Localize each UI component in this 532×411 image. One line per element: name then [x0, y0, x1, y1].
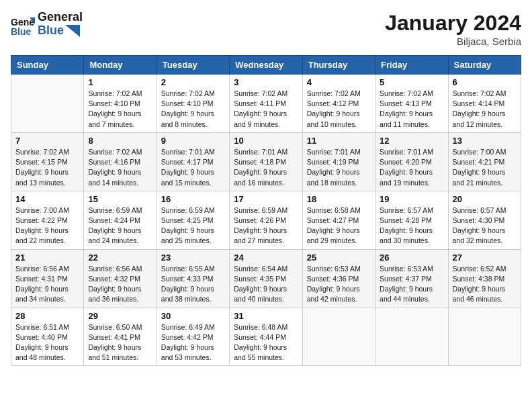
- day-info: Sunrise: 7:02 AM Sunset: 4:10 PM Dayligh…: [161, 89, 225, 130]
- day-number: 22: [88, 253, 152, 263]
- day-info: Sunrise: 6:53 AM Sunset: 4:37 PM Dayligh…: [380, 264, 443, 305]
- calendar-cell: 4Sunrise: 7:02 AM Sunset: 4:12 PM Daylig…: [302, 75, 375, 133]
- calendar-week-row: 28Sunrise: 6:51 AM Sunset: 4:40 PM Dayli…: [11, 308, 521, 366]
- logo-blue: Blue: [38, 24, 83, 38]
- day-number: 4: [307, 77, 371, 87]
- day-number: 28: [15, 311, 79, 321]
- calendar-cell: 28Sunrise: 6:51 AM Sunset: 4:40 PM Dayli…: [11, 308, 84, 366]
- calendar-cell: 25Sunrise: 6:53 AM Sunset: 4:36 PM Dayli…: [302, 249, 375, 308]
- day-info: Sunrise: 7:02 AM Sunset: 4:14 PM Dayligh…: [453, 89, 517, 130]
- calendar-cell: 12Sunrise: 7:01 AM Sunset: 4:20 PM Dayli…: [375, 132, 448, 191]
- day-info: Sunrise: 6:59 AM Sunset: 4:25 PM Dayligh…: [161, 205, 225, 246]
- calendar-cell: 24Sunrise: 6:54 AM Sunset: 4:35 PM Dayli…: [230, 249, 302, 308]
- calendar-cell: 5Sunrise: 7:02 AM Sunset: 4:13 PM Daylig…: [375, 75, 448, 133]
- calendar-cell: 16Sunrise: 6:59 AM Sunset: 4:25 PM Dayli…: [157, 191, 229, 249]
- logo-icon: General Blue: [11, 12, 35, 36]
- day-number: 5: [380, 77, 443, 87]
- calendar-cell: 7Sunrise: 7:02 AM Sunset: 4:15 PM Daylig…: [11, 132, 84, 191]
- day-number: 29: [88, 311, 152, 321]
- calendar-cell: [375, 308, 448, 366]
- day-number: 7: [15, 136, 79, 146]
- calendar-cell: 17Sunrise: 6:59 AM Sunset: 4:26 PM Dayli…: [230, 191, 302, 249]
- weekday-header-thursday: Thursday: [302, 56, 375, 75]
- day-number: 23: [161, 253, 225, 263]
- calendar-cell: [448, 308, 521, 366]
- day-number: 18: [307, 194, 371, 204]
- calendar-cell: 19Sunrise: 6:57 AM Sunset: 4:28 PM Dayli…: [375, 191, 448, 249]
- day-info: Sunrise: 7:02 AM Sunset: 4:16 PM Dayligh…: [88, 147, 152, 188]
- calendar-cell: 30Sunrise: 6:49 AM Sunset: 4:42 PM Dayli…: [157, 308, 229, 366]
- day-number: 21: [15, 253, 79, 263]
- day-info: Sunrise: 7:02 AM Sunset: 4:11 PM Dayligh…: [234, 89, 298, 130]
- calendar-cell: 23Sunrise: 6:55 AM Sunset: 4:33 PM Dayli…: [157, 249, 229, 308]
- calendar-cell: 26Sunrise: 6:53 AM Sunset: 4:37 PM Dayli…: [375, 249, 448, 308]
- day-number: 17: [234, 194, 298, 204]
- day-number: 8: [88, 136, 152, 146]
- calendar-table: SundayMondayTuesdayWednesdayThursdayFrid…: [11, 55, 521, 366]
- day-number: 24: [234, 253, 298, 263]
- weekday-header-sunday: Sunday: [11, 56, 84, 75]
- calendar-week-row: 14Sunrise: 7:00 AM Sunset: 4:22 PM Dayli…: [11, 191, 521, 249]
- calendar-cell: 18Sunrise: 6:58 AM Sunset: 4:27 PM Dayli…: [302, 191, 375, 249]
- day-number: 11: [307, 136, 371, 146]
- day-number: 20: [453, 194, 517, 204]
- day-number: 14: [15, 194, 79, 204]
- calendar-cell: 13Sunrise: 7:00 AM Sunset: 4:21 PM Dayli…: [448, 132, 521, 191]
- day-info: Sunrise: 6:50 AM Sunset: 4:41 PM Dayligh…: [88, 322, 152, 363]
- day-info: Sunrise: 6:52 AM Sunset: 4:38 PM Dayligh…: [453, 264, 517, 305]
- day-info: Sunrise: 6:56 AM Sunset: 4:32 PM Dayligh…: [88, 264, 152, 305]
- day-info: Sunrise: 6:54 AM Sunset: 4:35 PM Dayligh…: [234, 264, 298, 305]
- day-info: Sunrise: 7:02 AM Sunset: 4:15 PM Dayligh…: [15, 147, 79, 188]
- page-header: General Blue General Blue January 2024 B…: [11, 11, 521, 47]
- day-info: Sunrise: 6:56 AM Sunset: 4:31 PM Dayligh…: [15, 264, 79, 305]
- day-number: 16: [161, 194, 225, 204]
- day-info: Sunrise: 6:51 AM Sunset: 4:40 PM Dayligh…: [15, 322, 79, 363]
- calendar-week-row: 7Sunrise: 7:02 AM Sunset: 4:15 PM Daylig…: [11, 132, 521, 191]
- day-number: 10: [234, 136, 298, 146]
- calendar-cell: 9Sunrise: 7:01 AM Sunset: 4:17 PM Daylig…: [157, 132, 229, 191]
- calendar-week-row: 1Sunrise: 7:02 AM Sunset: 4:10 PM Daylig…: [11, 75, 521, 133]
- day-number: 12: [380, 136, 443, 146]
- calendar-cell: 3Sunrise: 7:02 AM Sunset: 4:11 PM Daylig…: [230, 75, 302, 133]
- weekday-header-monday: Monday: [84, 56, 157, 75]
- calendar-cell: [302, 308, 375, 366]
- day-number: 9: [161, 136, 225, 146]
- day-number: 2: [161, 77, 225, 87]
- day-info: Sunrise: 6:53 AM Sunset: 4:36 PM Dayligh…: [307, 264, 371, 305]
- day-number: 6: [453, 77, 517, 87]
- calendar-cell: [11, 75, 84, 133]
- calendar-cell: 6Sunrise: 7:02 AM Sunset: 4:14 PM Daylig…: [448, 75, 521, 133]
- day-info: Sunrise: 6:55 AM Sunset: 4:33 PM Dayligh…: [161, 264, 225, 305]
- location: Biljaca, Serbia: [385, 36, 521, 47]
- calendar-cell: 29Sunrise: 6:50 AM Sunset: 4:41 PM Dayli…: [84, 308, 157, 366]
- day-info: Sunrise: 7:02 AM Sunset: 4:10 PM Dayligh…: [88, 89, 152, 130]
- calendar-cell: 2Sunrise: 7:02 AM Sunset: 4:10 PM Daylig…: [157, 75, 229, 133]
- calendar-cell: 15Sunrise: 6:59 AM Sunset: 4:24 PM Dayli…: [84, 191, 157, 249]
- day-info: Sunrise: 7:01 AM Sunset: 4:19 PM Dayligh…: [307, 147, 371, 188]
- logo-general: General: [38, 11, 83, 24]
- weekday-header-wednesday: Wednesday: [230, 56, 302, 75]
- calendar-cell: 11Sunrise: 7:01 AM Sunset: 4:19 PM Dayli…: [302, 132, 375, 191]
- calendar-cell: 8Sunrise: 7:02 AM Sunset: 4:16 PM Daylig…: [84, 132, 157, 191]
- weekday-header-row: SundayMondayTuesdayWednesdayThursdayFrid…: [11, 56, 521, 75]
- calendar-week-row: 21Sunrise: 6:56 AM Sunset: 4:31 PM Dayli…: [11, 249, 521, 308]
- day-info: Sunrise: 7:02 AM Sunset: 4:12 PM Dayligh…: [307, 89, 371, 130]
- logo-arrow-icon: [65, 25, 80, 37]
- day-number: 19: [380, 194, 443, 204]
- day-info: Sunrise: 6:57 AM Sunset: 4:30 PM Dayligh…: [453, 205, 517, 246]
- title-block: January 2024 Biljaca, Serbia: [385, 11, 521, 47]
- logo: General Blue General Blue: [11, 11, 83, 38]
- day-number: 25: [307, 253, 371, 263]
- day-info: Sunrise: 6:59 AM Sunset: 4:26 PM Dayligh…: [234, 205, 298, 246]
- day-info: Sunrise: 6:49 AM Sunset: 4:42 PM Dayligh…: [161, 322, 225, 363]
- weekday-header-friday: Friday: [375, 56, 448, 75]
- day-info: Sunrise: 7:01 AM Sunset: 4:17 PM Dayligh…: [161, 147, 225, 188]
- day-number: 13: [453, 136, 517, 146]
- day-info: Sunrise: 6:59 AM Sunset: 4:24 PM Dayligh…: [88, 205, 152, 246]
- calendar-cell: 10Sunrise: 7:01 AM Sunset: 4:18 PM Dayli…: [230, 132, 302, 191]
- calendar-cell: 27Sunrise: 6:52 AM Sunset: 4:38 PM Dayli…: [448, 249, 521, 308]
- calendar-cell: 1Sunrise: 7:02 AM Sunset: 4:10 PM Daylig…: [84, 75, 157, 133]
- day-info: Sunrise: 7:02 AM Sunset: 4:13 PM Dayligh…: [380, 89, 443, 130]
- day-info: Sunrise: 7:01 AM Sunset: 4:18 PM Dayligh…: [234, 147, 298, 188]
- day-info: Sunrise: 7:00 AM Sunset: 4:22 PM Dayligh…: [15, 205, 79, 246]
